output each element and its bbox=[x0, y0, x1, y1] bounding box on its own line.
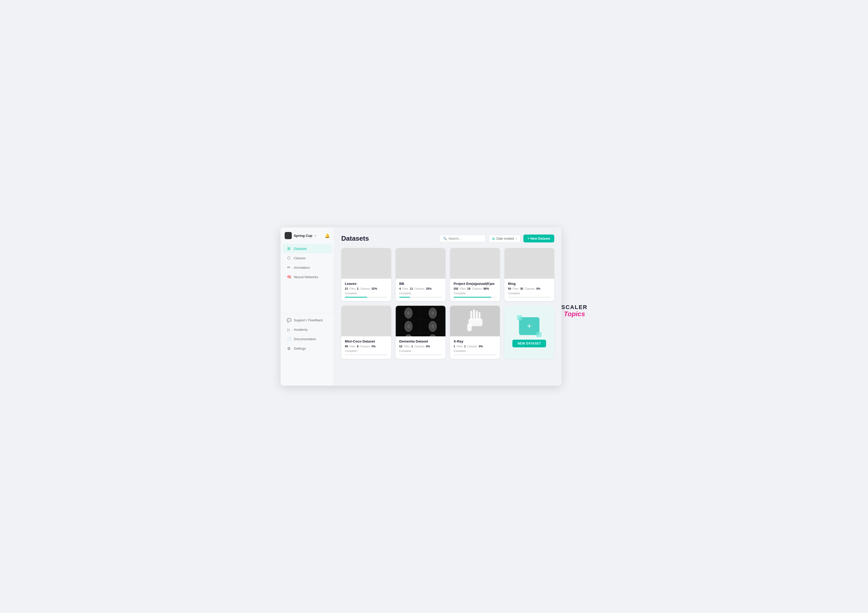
datasets-icon: ⊞ bbox=[287, 246, 291, 251]
card-meta-bb: 4 Files 11 Classes 25% Complete bbox=[399, 287, 442, 295]
page-title: Datasets bbox=[341, 235, 369, 243]
sort-label: Date created bbox=[496, 237, 514, 240]
card-meta-blog: 50 Files 35 Classes 0% Complete bbox=[508, 287, 551, 295]
header-controls: 🔍 ⊕ Date created ↑ + New Dataset bbox=[440, 235, 554, 243]
progress-bg-dementia bbox=[399, 354, 442, 355]
support-icon: 💬 bbox=[287, 318, 291, 323]
progress-bg-project-em bbox=[454, 297, 496, 297]
app-window: Spring Cup ▾ 🔔 ⊞ Datasets ⬡ Classes ✏ An… bbox=[281, 228, 561, 385]
progress-fill-project-em bbox=[454, 297, 491, 297]
sidebar-logo-icon bbox=[285, 232, 292, 239]
plus-icon: + bbox=[527, 322, 532, 330]
classes-icon: ⬡ bbox=[287, 256, 291, 260]
progress-bg-xray bbox=[454, 354, 496, 355]
dataset-card-leaves[interactable]: Leaves 21 Files 2 Classes 52% Complete bbox=[341, 248, 391, 301]
card-name-leaves: Leaves bbox=[345, 282, 388, 286]
neural-networks-icon: 🧠 bbox=[287, 275, 291, 279]
sidebar-item-neural-networks[interactable]: 🧠 Neural Networks bbox=[283, 272, 332, 282]
settings-icon: ⚙ bbox=[287, 346, 291, 351]
new-dataset-label-button[interactable]: NEW DATASET bbox=[512, 340, 546, 347]
progress-bg-mini-coco bbox=[345, 354, 388, 355]
sidebar-label-neural-networks: Neural Networks bbox=[294, 275, 318, 279]
bell-icon[interactable]: 🔔 bbox=[325, 233, 330, 238]
dataset-card-blog[interactable]: Blog 50 Files 35 Classes 0% Complete bbox=[504, 248, 554, 301]
academy-icon: ▷ bbox=[287, 327, 291, 332]
progress-bg-bb bbox=[399, 297, 442, 297]
progress-bg-blog bbox=[508, 297, 551, 297]
watermark-scaler: SCALER bbox=[561, 304, 587, 311]
search-input[interactable] bbox=[448, 237, 482, 240]
dataset-card-mini-coco[interactable]: Mini-Coco Dataset 99 Files 8 Classes 0% … bbox=[341, 306, 391, 359]
dataset-card-xray[interactable]: X-Ray 1 Files 1 Classes 0% Complete bbox=[450, 306, 500, 359]
sidebar-label-support: Support / Feedback bbox=[294, 318, 323, 322]
watermark-topics: Topics bbox=[564, 311, 585, 317]
card-meta-mini-coco: 99 Files 8 Classes 0% Complete bbox=[345, 345, 388, 353]
chevron-down-icon: ▾ bbox=[315, 234, 316, 237]
sidebar-item-datasets[interactable]: ⊞ Datasets bbox=[283, 244, 332, 253]
documentation-icon: 📄 bbox=[287, 337, 291, 342]
sidebar-label-documentation: Documentation bbox=[294, 337, 316, 341]
main-content: Datasets 🔍 ⊕ Date created ↑ + New Datase… bbox=[334, 228, 561, 385]
main-header: Datasets 🔍 ⊕ Date created ↑ + New Datase… bbox=[341, 235, 554, 243]
card-name-mini-coco: Mini-Coco Dataset bbox=[345, 339, 388, 343]
dataset-grid: Leaves 21 Files 2 Classes 52% Complete bbox=[341, 248, 554, 359]
sidebar: Spring Cup ▾ 🔔 ⊞ Datasets ⬡ Classes ✏ An… bbox=[281, 228, 334, 385]
new-dataset-button[interactable]: + New Dataset bbox=[523, 235, 554, 243]
sidebar-label-datasets: Datasets bbox=[294, 247, 307, 251]
dataset-card-bb[interactable]: BB 4 Files 11 Classes 25% Complete bbox=[396, 248, 445, 301]
sort-icon: ⊕ bbox=[492, 237, 495, 241]
card-name-dementia: Dementia Dataset bbox=[399, 339, 442, 343]
sidebar-item-documentation[interactable]: 📄 Documentation bbox=[283, 334, 332, 344]
sidebar-item-academy[interactable]: ▷ Academy bbox=[283, 325, 332, 334]
annotators-icon: ✏ bbox=[287, 265, 291, 270]
watermark: SCALER Topics bbox=[561, 304, 587, 317]
sort-arrow-icon: ↑ bbox=[515, 237, 517, 240]
progress-bg-leaves bbox=[345, 297, 388, 297]
card-name-xray: X-Ray bbox=[454, 339, 496, 343]
card-meta-project-em: 292 Files 19 Classes 88% Complete bbox=[454, 287, 496, 295]
new-dataset-card[interactable]: + NEW DATASET bbox=[504, 306, 554, 359]
card-name-project-em: Project Em(a)panad(K)as bbox=[454, 282, 496, 286]
sidebar-item-support[interactable]: 💬 Support / Feedback bbox=[283, 316, 332, 325]
sidebar-item-classes[interactable]: ⬡ Classes bbox=[283, 254, 332, 263]
sidebar-label-annotators: Annotators bbox=[294, 266, 310, 269]
new-dataset-icon: + bbox=[519, 317, 539, 335]
sidebar-label-academy: Academy bbox=[294, 328, 308, 331]
sidebar-item-settings[interactable]: ⚙ Settings bbox=[283, 344, 332, 353]
svg-rect-5 bbox=[467, 324, 472, 331]
sidebar-label-settings: Settings bbox=[294, 347, 306, 350]
sidebar-nav: ⊞ Datasets ⬡ Classes ✏ Annotators 🧠 Neur… bbox=[281, 243, 334, 311]
sort-button[interactable]: ⊕ Date created ↑ bbox=[489, 235, 521, 243]
sidebar-item-annotators[interactable]: ✏ Annotators bbox=[283, 263, 332, 272]
progress-fill-bb bbox=[399, 297, 410, 297]
card-name-blog: Blog bbox=[508, 282, 551, 286]
card-name-bb: BB bbox=[399, 282, 442, 286]
card-meta-xray: 1 Files 1 Classes 0% Complete bbox=[454, 345, 496, 353]
project-name[interactable]: Spring Cup bbox=[294, 234, 313, 238]
dataset-card-dementia[interactable]: Dementia Dataset 52 Files 1 Classes 0% C… bbox=[396, 306, 445, 359]
sidebar-label-classes: Classes bbox=[294, 256, 305, 260]
card-meta-dementia: 52 Files 1 Classes 0% Complete bbox=[399, 345, 442, 353]
search-bar[interactable]: 🔍 bbox=[440, 235, 485, 242]
progress-fill-leaves bbox=[345, 297, 367, 297]
card-meta-leaves: 21 Files 2 Classes 52% Complete bbox=[345, 287, 388, 295]
search-icon: 🔍 bbox=[443, 237, 447, 240]
dataset-card-project-em[interactable]: Project Em(a)panad(K)as 292 Files 19 Cla… bbox=[450, 248, 500, 301]
